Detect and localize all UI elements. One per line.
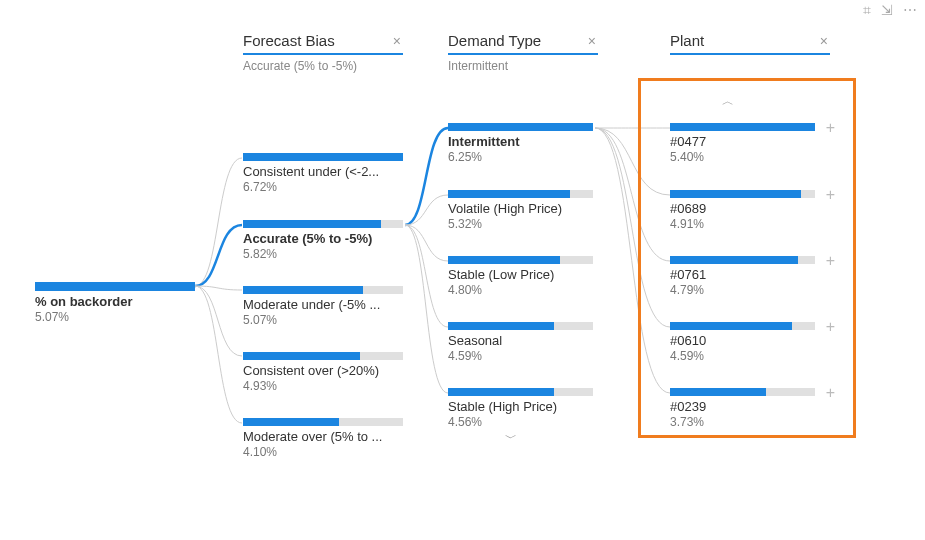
- node-label: Stable (High Price): [448, 399, 593, 414]
- node-value: 4.80%: [448, 283, 593, 297]
- plus-icon[interactable]: +: [826, 318, 835, 336]
- demand-node[interactable]: Stable (High Price) 4.56%: [448, 388, 593, 429]
- filter-icon[interactable]: ⌗: [863, 2, 871, 19]
- node-value: 6.25%: [448, 150, 593, 164]
- node-value: 4.93%: [243, 379, 403, 393]
- node-label: #0239: [670, 399, 815, 414]
- close-icon[interactable]: ×: [586, 33, 598, 49]
- node-value: 3.73%: [670, 415, 815, 429]
- column-title: Plant: [670, 32, 704, 49]
- bias-node[interactable]: Consistent under (<-2... 6.72%: [243, 153, 403, 194]
- node-label: Accurate (5% to -5%): [243, 231, 403, 246]
- plant-node[interactable]: #0477 5.40% +: [670, 123, 815, 164]
- node-label: Stable (Low Price): [448, 267, 593, 282]
- node-value: 5.32%: [448, 217, 593, 231]
- node-label: #0761: [670, 267, 815, 282]
- plus-icon[interactable]: +: [826, 186, 835, 204]
- plus-icon[interactable]: +: [826, 384, 835, 402]
- node-label: #0477: [670, 134, 815, 149]
- bias-node-selected[interactable]: Accurate (5% to -5%) 5.82%: [243, 220, 403, 261]
- export-icon[interactable]: ⇲: [881, 2, 893, 19]
- node-value: 4.59%: [448, 349, 593, 363]
- bias-node[interactable]: Consistent over (>20%) 4.93%: [243, 352, 403, 393]
- root-label: % on backorder: [35, 294, 195, 309]
- plant-node[interactable]: #0761 4.79% +: [670, 256, 815, 297]
- column-forecast-bias: Forecast Bias × Accurate (5% to -5%): [243, 30, 403, 73]
- column-subtitle: Accurate (5% to -5%): [243, 59, 403, 73]
- node-value: 5.07%: [243, 313, 403, 327]
- column-title: Forecast Bias: [243, 32, 335, 49]
- node-value: 4.59%: [670, 349, 815, 363]
- column-subtitle: Intermittent: [448, 59, 598, 73]
- node-value: 6.72%: [243, 180, 403, 194]
- plus-icon[interactable]: +: [826, 252, 835, 270]
- plant-node[interactable]: #0689 4.91% +: [670, 190, 815, 231]
- close-icon[interactable]: ×: [391, 33, 403, 49]
- node-label: #0610: [670, 333, 815, 348]
- node-value: 5.40%: [670, 150, 815, 164]
- node-value: 4.10%: [243, 445, 403, 459]
- node-label: Seasonal: [448, 333, 593, 348]
- column-demand-type: Demand Type × Intermittent: [448, 30, 598, 73]
- plant-node[interactable]: #0239 3.73% +: [670, 388, 815, 429]
- close-icon[interactable]: ×: [818, 33, 830, 49]
- more-icon[interactable]: ⋯: [903, 2, 917, 19]
- bias-node[interactable]: Moderate over (5% to ... 4.10%: [243, 418, 403, 459]
- demand-node[interactable]: Stable (Low Price) 4.80%: [448, 256, 593, 297]
- chevron-up-icon[interactable]: ︿: [722, 93, 734, 110]
- demand-node[interactable]: Seasonal 4.59%: [448, 322, 593, 363]
- demand-node[interactable]: Volatile (High Price) 5.32%: [448, 190, 593, 231]
- demand-node-selected[interactable]: Intermittent 6.25%: [448, 123, 593, 164]
- column-title: Demand Type: [448, 32, 541, 49]
- node-label: Moderate under (-5% ...: [243, 297, 403, 312]
- root-value: 5.07%: [35, 310, 195, 324]
- root-node[interactable]: % on backorder 5.07%: [35, 282, 195, 324]
- node-value: 4.91%: [670, 217, 815, 231]
- node-label: #0689: [670, 201, 815, 216]
- bias-node[interactable]: Moderate under (-5% ... 5.07%: [243, 286, 403, 327]
- node-label: Volatile (High Price): [448, 201, 593, 216]
- node-label: Consistent under (<-2...: [243, 164, 403, 179]
- chevron-down-icon[interactable]: ﹀: [505, 430, 517, 447]
- node-value: 5.82%: [243, 247, 403, 261]
- node-label: Consistent over (>20%): [243, 363, 403, 378]
- node-value: 4.56%: [448, 415, 593, 429]
- node-label: Intermittent: [448, 134, 593, 149]
- plant-node[interactable]: #0610 4.59% +: [670, 322, 815, 363]
- node-label: Moderate over (5% to ...: [243, 429, 403, 444]
- plus-icon[interactable]: +: [826, 119, 835, 137]
- node-value: 4.79%: [670, 283, 815, 297]
- column-plant: Plant ×: [670, 30, 830, 55]
